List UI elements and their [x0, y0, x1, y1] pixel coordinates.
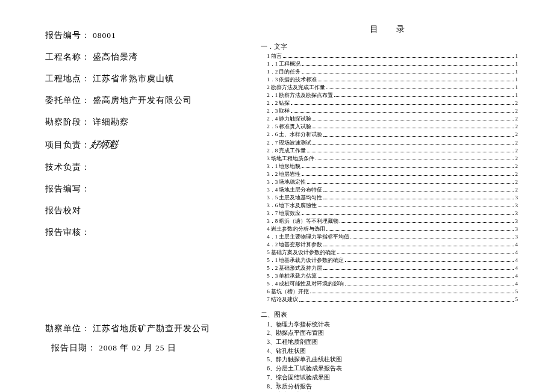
toc-dots	[302, 214, 514, 215]
toc-entry-label: 1．3 依据的技术标准	[261, 76, 317, 84]
toc-section-text: 一．文字	[261, 42, 518, 51]
toc-dots	[302, 73, 514, 73]
toc-row: 2 勘察方法及完成工作量1	[261, 84, 518, 92]
project-lead: 项目负责：好炳魁	[45, 138, 231, 151]
toc-row: 2．5 标准贯入试验2	[261, 123, 518, 131]
label: 报告编号：	[45, 31, 90, 40]
toc-dots	[313, 128, 514, 128]
toc-entry-label: 5．1 地基承载力设计参数的确定	[261, 257, 344, 264]
figure-item: 1、物理力学指标统计表	[267, 320, 518, 329]
label: 委托单位：	[45, 96, 90, 105]
toc-entry-page: 3	[515, 210, 518, 217]
toc-dots	[310, 293, 514, 293]
toc-row: 3 场地工程地质条件2	[261, 155, 518, 163]
toc-entry-label: 3．7 地震效应	[261, 210, 300, 217]
toc-entry-page: 4	[515, 272, 518, 280]
label: 报告校对	[45, 206, 81, 215]
toc-entry-label: 3．4 场地土层分布特征	[261, 186, 322, 194]
label: 报告审核：	[45, 228, 90, 237]
toc-row: 3．5 土层及地基均匀性3	[261, 194, 518, 202]
toc-entry-page: 2	[515, 178, 518, 186]
toc-row: 3．7 地震效应3	[261, 210, 518, 217]
toc-row: 1．3 依据的技术标准1	[261, 76, 518, 84]
toc-row: 1．2 目的任务1	[261, 68, 518, 76]
toc-entry-page: 3	[515, 217, 518, 225]
toc-row: 5．2 基础形式及持力层4	[261, 264, 518, 272]
toc-entry-page: 2	[515, 155, 518, 163]
toc-entry-page: 4	[515, 280, 518, 288]
toc-row: 1．1 工程概况1	[261, 60, 518, 68]
toc-row: 2．3 取样2	[261, 107, 518, 115]
report-number: 报告编号：08001	[45, 30, 231, 41]
toc-dots	[318, 207, 514, 207]
survey-stage: 勘察阶段：详细勘察	[45, 117, 231, 128]
toc-entry-page: 5	[515, 296, 518, 303]
toc-entry-label: 3．5 土层及地基均匀性	[261, 194, 322, 202]
toc-dots	[291, 104, 514, 105]
toc-entry-page: 1	[515, 84, 518, 92]
toc-entry-page: 2	[515, 107, 518, 115]
toc-row: 2．7 现场波速测试2	[261, 139, 518, 147]
toc-dots	[302, 167, 514, 168]
toc-list: 1 前言11．1 工程概况11．2 目的任务11．3 依据的技术标准12 勘察方…	[261, 52, 518, 304]
toc-entry-page: 4	[515, 241, 518, 249]
value: 08001	[93, 31, 116, 40]
toc-entry-page: 2	[515, 99, 518, 107]
value: 盛高怡景湾	[93, 52, 138, 61]
toc-row: 3．2 地层岩性2	[261, 170, 518, 178]
toc-row: 2．2 钻探2	[261, 99, 518, 107]
toc-row: 4 岩土参数的分析与选用3	[261, 225, 518, 233]
toc-dots	[323, 246, 514, 246]
label: 技术负责：	[45, 163, 90, 172]
toc-row: 5 基础方案及设计参数的确定4	[261, 249, 518, 257]
figure-item: 4、钻孔柱状图	[267, 347, 518, 356]
label: 工程地点：	[45, 74, 90, 83]
report-proof: 报告校对	[45, 205, 231, 216]
value: 江苏省常熟市虞山镇	[93, 74, 174, 83]
label: 工程名称：	[45, 52, 90, 61]
toc-entry-label: 3 场地工程地质条件	[261, 155, 314, 163]
toc-entry-page: 2	[515, 186, 518, 194]
report-writer: 报告编写：	[45, 184, 231, 194]
toc-dots	[291, 112, 514, 113]
survey-unit: 勘察单位：江苏省地质矿产勘查开发公司	[45, 323, 231, 334]
value: 详细勘察	[93, 117, 129, 126]
toc-dots	[302, 175, 514, 176]
toc-dots	[323, 199, 514, 199]
label: 勘察阶段：	[45, 117, 90, 126]
toc-row: 5．4 成桩可能性及对环境的影响4	[261, 280, 518, 288]
toc-dots	[283, 57, 514, 58]
toc-entry-page: 3	[515, 202, 518, 210]
toc-dots	[307, 183, 514, 184]
toc-dots	[313, 144, 514, 145]
toc-dots	[302, 65, 514, 66]
toc-entry-label: 3．1 地形地貌	[261, 163, 300, 170]
tech-lead: 技术负责：	[45, 162, 231, 173]
toc-entry-label: 4 岩土参数的分析与选用	[261, 225, 325, 233]
client: 委托单位：盛高房地产开发有限公司	[45, 95, 231, 106]
toc-row: 3．3 场地稳定性2	[261, 178, 518, 186]
project-name: 工程名称：盛高怡景湾	[45, 52, 231, 63]
toc-dots	[345, 261, 514, 262]
figure-item: 7、综合固结试验成果图	[267, 373, 518, 382]
toc-row: 2．4 静力触探试验2	[261, 115, 518, 123]
figure-item: 6、分层土工试验成果报告表	[267, 364, 518, 373]
toc-entry-page: 2	[515, 170, 518, 178]
toc-entry-label: 5．3 单桩承载力估算	[261, 272, 317, 280]
toc-entry-page: 1	[515, 76, 518, 84]
toc-dots	[340, 222, 514, 223]
figure-item: 3、工程地质剖面图	[267, 338, 518, 347]
toc-row: 7 结论及建议5	[261, 296, 518, 303]
value: 江苏省地质矿产勘查开发公司	[93, 324, 210, 333]
toc-row: 2．8 完成工作量2	[261, 147, 518, 155]
toc-entry-page: 2	[515, 115, 518, 123]
label: 勘察单位：	[45, 324, 90, 333]
toc-row: 6 基坑（槽）开挖5	[261, 288, 518, 296]
label: 报告日期：	[51, 343, 96, 352]
toc-row: 5．1 地基承载力设计参数的确定4	[261, 257, 518, 264]
toc-dots	[326, 89, 514, 89]
page-number: 1	[276, 381, 279, 387]
value: 盛高房地产开发有限公司	[93, 96, 192, 105]
signature: 好炳魁	[89, 138, 119, 151]
toc-entry-label: 6 基坑（槽）开挖	[261, 288, 309, 296]
